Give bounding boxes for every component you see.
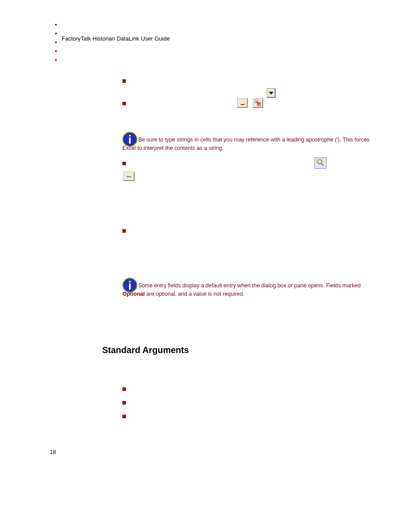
bullet-square	[122, 387, 126, 391]
info-icon	[122, 132, 137, 147]
info-icon	[122, 278, 137, 293]
note-2-post: are optional, and a value is not require…	[145, 291, 245, 297]
side-dot	[55, 24, 57, 26]
note-text-2: Some entry fields display a default entr…	[122, 283, 361, 297]
bullet-square	[122, 102, 126, 105]
cell-reference-icon-button[interactable]	[253, 98, 263, 108]
collapse-icon-button[interactable]	[237, 98, 248, 108]
bullet-square	[122, 162, 126, 165]
section-heading-standard-arguments: Standard Arguments	[102, 345, 189, 355]
side-dot	[55, 59, 57, 61]
page-number: 18	[50, 449, 56, 455]
bullet-square	[122, 229, 126, 233]
ellipsis-browse-button[interactable]: ...	[123, 171, 135, 181]
bullet-square	[122, 415, 126, 418]
side-dot	[55, 50, 57, 52]
dropdown-icon-button[interactable]	[267, 88, 276, 98]
tag-search-icon-button[interactable]	[314, 157, 327, 169]
bullet-square	[122, 401, 126, 405]
bullet-square	[122, 79, 126, 83]
note-2-pre: Some entry fields display a default entr…	[138, 283, 361, 289]
svg-rect-11	[129, 283, 131, 290]
svg-rect-0	[241, 104, 244, 105]
note-text-1: Be sure to type strings in cells that yo…	[122, 137, 369, 151]
svg-rect-10	[129, 281, 131, 283]
side-dot	[55, 33, 57, 34]
document-title: FactoryTalk Historian DataLink User Guid…	[62, 35, 170, 42]
svg-line-7	[321, 163, 324, 166]
svg-rect-4	[129, 135, 131, 137]
svg-rect-5	[129, 138, 131, 144]
side-dots-column	[55, 24, 57, 68]
svg-rect-8	[317, 159, 319, 160]
side-dot	[55, 41, 57, 43]
